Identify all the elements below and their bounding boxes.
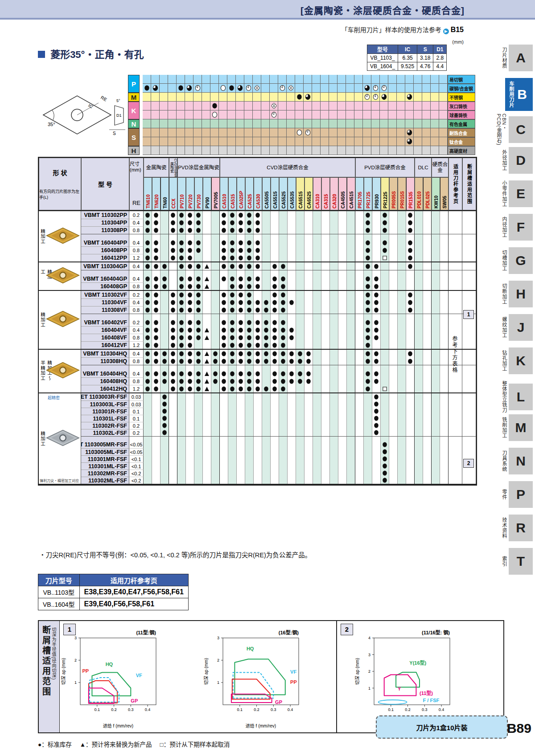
model-name[interactable]: 110301MR-FSF	[81, 455, 129, 462]
model-name[interactable]: 110301L-FSF	[81, 415, 129, 422]
grade-cell	[152, 306, 160, 314]
mark-F	[162, 409, 167, 414]
grade-cell	[364, 415, 372, 422]
grade-cell	[186, 350, 194, 357]
grade-cell	[389, 254, 398, 262]
sidebar-tab-P[interactable]: 零件P	[502, 481, 533, 508]
grade-cell	[160, 385, 169, 392]
holder-pages[interactable]: E38,E39,E40,E47,F56,F58,F61	[79, 586, 188, 598]
model-name[interactable]: VBMT 160402VF	[81, 319, 129, 326]
model-name[interactable]: VBMT 160404HQ	[81, 370, 129, 377]
model-name[interactable]: VBMT 110302PP	[81, 211, 129, 219]
grade-cell	[220, 262, 228, 270]
grade-cell	[254, 282, 262, 290]
grade-cell	[254, 441, 262, 448]
mark-Q	[407, 139, 412, 144]
model-name[interactable]: 160412HQ	[81, 385, 129, 392]
grade-cell	[415, 211, 423, 219]
model-name[interactable]: 110301R-FSF	[81, 408, 129, 415]
model-name[interactable]: 160404VF	[81, 326, 129, 334]
holder-pages[interactable]: E39,E40,F56,F58,F61	[79, 598, 188, 610]
sidebar-tab-N[interactable]: 刀具系统N	[502, 448, 533, 474]
material-class-K: K	[128, 102, 140, 119]
grade-cell	[440, 319, 449, 326]
grade-cell	[177, 226, 186, 234]
svg-text:(11/16型: 钢): (11/16型: 钢)	[422, 629, 450, 635]
grade-cell	[160, 448, 169, 455]
sidebar-tab-C[interactable]: CBN・PCD(金刚石)C	[496, 114, 533, 146]
holder-ref-note: 参考下方表格	[451, 336, 458, 373]
model-name[interactable]: 160408GP	[81, 282, 129, 290]
grade-cell	[355, 477, 364, 484]
grade-cell	[262, 357, 271, 365]
model-name[interactable]: VBMT 110304GP	[81, 262, 129, 270]
mark-F	[153, 248, 159, 253]
model-name[interactable]: VBMT 110304HQ	[81, 350, 129, 357]
grade-cell	[254, 319, 262, 326]
grade-cell	[194, 291, 203, 298]
grade-cell	[245, 298, 254, 306]
model-name[interactable]: 110302ML-FSF	[81, 477, 129, 484]
sidebar-tab-K[interactable]: 钻孔加工K	[502, 347, 533, 374]
model-name[interactable]: 110301ML-FSF	[81, 462, 129, 470]
svg-text:0.3: 0.3	[271, 707, 276, 712]
grade-cell	[347, 441, 355, 448]
mark-P	[271, 112, 277, 118]
sidebar-tab-M[interactable]: 铣削加工M	[502, 414, 533, 441]
band-cell	[278, 146, 287, 155]
model-name[interactable]: VBET 1103003R-FSF	[81, 393, 129, 400]
model-name[interactable]: 160408VF	[81, 334, 129, 341]
sidebar-tab-F[interactable]: 内径加工F	[502, 214, 533, 241]
model-name[interactable]: VBMT 110302VF	[81, 291, 129, 298]
sidebar-tab-L[interactable]: 整体型立铣刀L	[502, 381, 533, 413]
sidebar-tab-B[interactable]: 车削用刀片B	[505, 78, 533, 111]
mark-F	[280, 300, 286, 305]
band-cell	[422, 146, 431, 155]
grade-cell	[271, 291, 279, 298]
sidebar-tab-E[interactable]: 小零件加工E	[502, 180, 533, 207]
grade-cell	[398, 400, 406, 408]
usage-ref[interactable]: B15	[451, 26, 464, 33]
sidebar-tab-R[interactable]: 技术资料R	[502, 515, 533, 541]
model-name[interactable]: VBMT 160404PP	[81, 239, 129, 246]
grade-cell	[279, 291, 288, 298]
grade-cell	[194, 448, 203, 455]
grade-cell	[423, 219, 432, 226]
model-name[interactable]: VBET 1103005MR-FSF	[81, 441, 129, 448]
model-name[interactable]: VBMT 160404GP	[81, 275, 129, 282]
grade-cell	[169, 393, 177, 400]
model-name[interactable]: 110304VF	[81, 298, 129, 306]
sidebar-tab-A[interactable]: 刀片材质A	[502, 45, 533, 71]
model-name[interactable]: 160408PP	[81, 246, 129, 254]
sidebar-tab-H[interactable]: 切断加工H	[502, 281, 533, 307]
grade-cell	[338, 377, 347, 385]
grade-cell	[381, 326, 389, 334]
model-name[interactable]: 110302L-FSF	[81, 429, 129, 436]
mark-F	[263, 327, 269, 333]
model-name[interactable]: 110302R-FSF	[81, 422, 129, 429]
grade-cell	[228, 393, 237, 400]
grade-cell	[398, 282, 406, 290]
sidebar-tab-D[interactable]: 外径加工D	[502, 147, 533, 174]
model-name[interactable]: 110308VF	[81, 306, 129, 314]
model-name[interactable]: 110302MR-FSF	[81, 470, 129, 477]
model-name[interactable]: 110308PP	[81, 226, 129, 234]
band-cell	[202, 75, 210, 84]
model-name[interactable]: 160408HQ	[81, 377, 129, 385]
sidebar-tab-T[interactable]: 索引T	[502, 548, 533, 575]
grade-cell	[313, 211, 321, 219]
model-name[interactable]: 160412PP	[81, 254, 129, 262]
model-name[interactable]: 110304PP	[81, 219, 129, 226]
model-name[interactable]: 160412VF	[81, 341, 129, 349]
model-name[interactable]: 1103005ML-FSF	[81, 448, 129, 455]
grade-cell	[432, 455, 440, 462]
angle-5-label: 5°	[116, 98, 120, 103]
model-name[interactable]: 110308HQ	[81, 357, 129, 365]
sidebar-tab-G[interactable]: 切槽加工G	[502, 247, 533, 274]
model-name[interactable]: 1103003L-FSF	[81, 400, 129, 408]
grade-cell	[364, 306, 372, 314]
sidebar-tab-J[interactable]: 螺纹加工J	[502, 314, 533, 341]
model-row: VBMT 110302VF0.2	[81, 291, 476, 298]
band-cell	[278, 93, 287, 102]
grade-cell	[355, 341, 364, 349]
